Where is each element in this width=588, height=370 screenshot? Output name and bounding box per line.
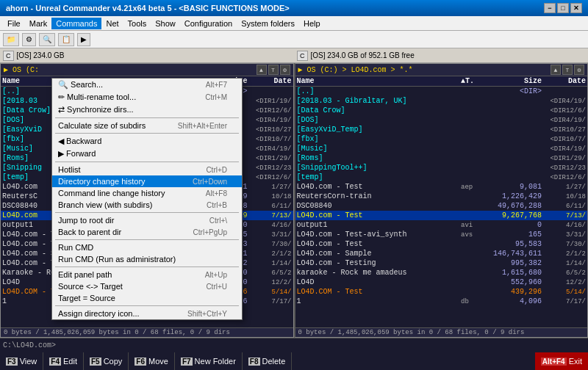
right-drive-bar: C [OS] 234.0 GB of 952.1 GB free: [294, 48, 588, 63]
menu-show[interactable]: Show: [151, 18, 180, 29]
table-row[interactable]: LO4D.com - Test95,5837/30/: [295, 239, 588, 249]
table-row[interactable]: [SnippingTool++]<DIR12/23: [295, 163, 588, 173]
menu-bar: File Mark Commands Net Tools Show Config…: [0, 16, 588, 31]
drive-bars: C [OS] 234.0 GB C [OS] 234.0 GB of 952.1…: [0, 48, 588, 63]
table-row[interactable]: [Roms]<DIR1/29/: [295, 153, 588, 163]
right-panel-status: 0 bytes / 1,485,026,059 bytes in 0 / 68 …: [295, 327, 588, 337]
f3-view-btn[interactable]: F3 View: [0, 352, 43, 370]
f4-edit-btn[interactable]: F4 Edit: [43, 352, 84, 370]
main-content: 🔍 Search... Alt+F7 ✏ Multi-rename tool..…: [0, 63, 588, 338]
menu-system-folders[interactable]: System folders: [237, 18, 299, 29]
table-row[interactable]: karaoke - Rock me amadeus1,615,6806/5/2: [295, 268, 588, 278]
separator-6: [55, 266, 239, 267]
f7-new-folder-btn[interactable]: F7 New Folder: [175, 352, 243, 370]
f5-copy-btn[interactable]: F5 Copy: [84, 352, 129, 370]
left-col-date: Date: [248, 77, 292, 85]
menu-edit-panel[interactable]: Edit panel path Alt+Up: [52, 269, 242, 280]
menu-backward[interactable]: ◀ Backward: [52, 135, 242, 148]
table-row[interactable]: [EasyXviD_Temp]<DIR10/27: [295, 125, 588, 134]
table-row[interactable]: [Data Crow]<DIR12/6/: [295, 106, 588, 115]
right-col-date: Date: [542, 77, 586, 85]
toolbar: 📁 ⚙ 🔍 📋 ▶: [0, 31, 588, 48]
function-bar: F3 View F4 Edit F5 Copy F6 Move F7 New F…: [0, 352, 588, 370]
table-row[interactable]: output1avi04/16/: [295, 220, 588, 230]
menu-jump-root[interactable]: Jump to root dir Ctrl+\: [52, 214, 242, 226]
menu-back-parent[interactable]: Back to parent dir Ctrl+PgUp: [52, 226, 242, 238]
menu-calc-subdirs[interactable]: Calculate size of subdirs Shift+Alt+Ente…: [52, 120, 242, 131]
f8-delete-btn[interactable]: F8 Delete: [243, 352, 292, 370]
table-row[interactable]: [fbx]<DIR10/7/: [295, 134, 588, 144]
menu-hotlist[interactable]: Hotlist Ctrl+D: [52, 164, 242, 175]
menu-search[interactable]: 🔍 Search... Alt+F7: [52, 79, 242, 91]
menu-help[interactable]: Help: [299, 18, 325, 29]
menu-cmd-history[interactable]: Command line change history Alt+F8: [52, 187, 242, 199]
title-bar: ahorn - Unreal Commander v4.21x64 beta 5…: [0, 0, 588, 16]
right-filter-btn[interactable]: T: [562, 65, 573, 75]
table-row[interactable]: LO4D552,96012/2/: [295, 278, 588, 287]
minimize-button[interactable]: −: [544, 3, 556, 13]
menu-run-cmd[interactable]: Run CMD: [52, 242, 242, 253]
left-settings-btn[interactable]: ⚙: [280, 65, 290, 75]
right-col-name: Name: [297, 77, 462, 85]
maximize-button[interactable]: □: [557, 3, 569, 13]
title-text: ahorn - Unreal Commander v4.21x64 beta 5…: [6, 4, 290, 12]
right-panel: ▶ OS (C:) > LO4D.com > *.* ▲ T ⚙ Name ▲T…: [294, 63, 589, 338]
left-filter-btn[interactable]: T: [268, 65, 279, 75]
commands-dropdown: 🔍 Search... Alt+F7 ✏ Multi-rename tool..…: [51, 78, 243, 320]
right-col-size: Size: [483, 77, 542, 85]
right-sort-btn[interactable]: ▲: [551, 65, 561, 75]
table-row[interactable]: LO4D.com - Test-avi_synthavs1653/31/: [295, 230, 588, 239]
menu-multi-rename[interactable]: ✏ Multi-rename tool... Ctrl+M: [52, 91, 242, 104]
left-drive-c-btn[interactable]: C: [3, 51, 14, 61]
right-drive-info: [OS] 234.0 GB of 952.1 GB free: [311, 51, 415, 59]
table-row[interactable]: ReutersCorn-train1,226,42910/18: [295, 192, 588, 201]
menu-mark[interactable]: Mark: [25, 18, 51, 29]
table-row[interactable]: [2018.03 - Gibraltar, UK]<DIR4/19/: [295, 96, 588, 106]
table-row[interactable]: LO4D.COM - Test439,2965/14/: [295, 287, 588, 297]
right-file-list[interactable]: [..]<DIR> [2018.03 - Gibraltar, UK]<DIR4…: [295, 87, 588, 327]
right-settings-btn[interactable]: ⚙: [574, 65, 584, 75]
separator-7: [55, 305, 239, 306]
toolbar-btn-3[interactable]: 🔍: [39, 33, 55, 46]
right-col-headers: Name ▲T. Size Date: [295, 76, 588, 87]
separator-4: [55, 212, 239, 213]
table-row[interactable]: LO4D.com - Test9,267,7687/13/: [295, 211, 588, 220]
table-row[interactable]: [temp]<DIR12/6/: [295, 173, 588, 182]
toolbar-btn-1[interactable]: 📁: [3, 33, 19, 46]
window-controls: − □ ✕: [544, 3, 582, 13]
menu-net[interactable]: Net: [101, 18, 123, 29]
menu-commands[interactable]: Commands: [51, 18, 101, 29]
table-row[interactable]: [..]<DIR>: [295, 87, 588, 96]
menu-target-source[interactable]: Target = Source: [52, 292, 242, 304]
table-row[interactable]: [Music]<DIR4/19/: [295, 144, 588, 153]
menu-swap[interactable]: Source <-> Target Ctrl+U: [52, 280, 242, 292]
right-drive-c-btn[interactable]: C: [297, 51, 308, 61]
menu-file[interactable]: File: [3, 18, 25, 29]
menu-dir-history[interactable]: Directory change history Ctrl+Down: [52, 175, 242, 187]
menu-configuration[interactable]: Configuration: [180, 18, 237, 29]
status-path: C:\LO4D.com>: [3, 341, 56, 349]
menu-assign-icon[interactable]: Assign directory icon... Shift+Ctrl+Y: [52, 308, 242, 319]
table-row[interactable]: [DOS]<DIR4/19/: [295, 115, 588, 125]
separator-2: [55, 133, 239, 134]
menu-branch-view[interactable]: Branch view (with subdirs) Ctrl+B: [52, 199, 242, 211]
menu-synchronize[interactable]: ⇄ Synchronize dirs...: [52, 104, 242, 116]
toolbar-btn-2[interactable]: ⚙: [22, 33, 36, 46]
menu-forward[interactable]: ▶ Forward: [52, 148, 242, 160]
menu-tools[interactable]: Tools: [123, 18, 151, 29]
table-row[interactable]: DSC0884049,676,2886/11/: [295, 201, 588, 211]
toolbar-btn-4[interactable]: 📋: [58, 33, 74, 46]
table-row[interactable]: 1db4,0967/17/: [295, 297, 588, 306]
toolbar-btn-5[interactable]: ▶: [77, 33, 90, 46]
table-row[interactable]: LO4D.com - Testing995,3821/14/: [295, 258, 588, 268]
left-sort-btn[interactable]: ▲: [257, 65, 267, 75]
f6-move-btn[interactable]: F6 Move: [129, 352, 175, 370]
separator-5: [55, 239, 239, 240]
close-button[interactable]: ✕: [570, 3, 582, 13]
menu-run-cmd-admin[interactable]: Run CMD (Run as administrator): [52, 253, 242, 265]
alt-f4-exit-btn[interactable]: Alt+F4 Exit: [535, 352, 588, 370]
table-row[interactable]: LO4D.com - Sample146,743,6112/1/2: [295, 249, 588, 258]
table-row[interactable]: LO4D.com - Testaep9,0811/27/: [295, 182, 588, 192]
left-drive-info: [OS] 234.0 GB: [17, 51, 65, 59]
left-panel-path: ▶ OS (C: ▲ T ⚙: [1, 64, 293, 76]
